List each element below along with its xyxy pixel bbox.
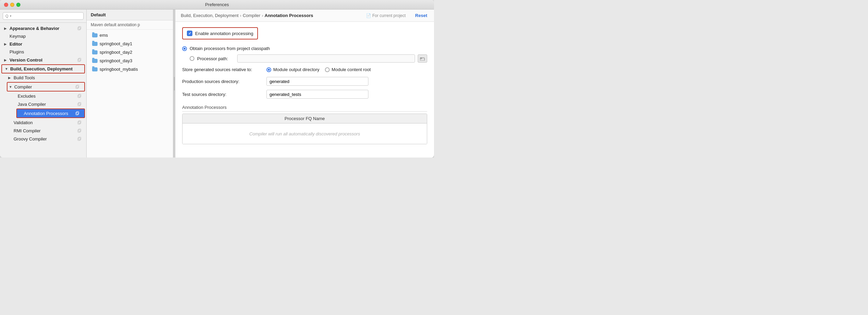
- sidebar-item-build-execution[interactable]: ▼ Build, Execution, Deployment: [1, 64, 85, 73]
- sidebar-item-rmi-compiler[interactable]: RMI Compiler: [0, 127, 86, 135]
- processor-path-radio[interactable]: [190, 56, 194, 61]
- processor-path-label: Processor path:: [197, 56, 235, 61]
- production-dir-row: Production sources directory:: [182, 75, 427, 88]
- annotation-processors-table: Processor FQ Name Compiler will run all …: [182, 114, 427, 144]
- svg-rect-11: [76, 112, 79, 114]
- middle-header: Default: [87, 10, 173, 20]
- for-current-label: For current project: [372, 13, 406, 18]
- sidebar-item-annotation-processors[interactable]: Annotation Processors: [16, 109, 85, 118]
- arrow-icon: ▶: [4, 27, 8, 30]
- table-header: Processor FQ Name: [183, 114, 427, 123]
- middle-list: ems springboot_day1 springboot_day2 spri…: [87, 30, 173, 158]
- svg-rect-4: [76, 86, 78, 88]
- svg-rect-18: [420, 58, 424, 61]
- enable-checkbox[interactable]: [187, 31, 192, 36]
- svg-rect-19: [420, 58, 422, 59]
- main-content: Q ▾ ▶ Appearance & Behavior Keyma: [0, 10, 434, 158]
- reset-button[interactable]: Reset: [414, 12, 429, 19]
- module-output-option[interactable]: Module output directory: [266, 67, 319, 72]
- for-current-project: 📄 For current project: [366, 13, 406, 18]
- list-item[interactable]: springboot_mybatis: [87, 65, 173, 73]
- breadcrumb-sep-2: ›: [262, 13, 263, 18]
- sidebar-item-build-tools[interactable]: ▶ Build Tools: [0, 74, 86, 82]
- sidebar-item-excludes[interactable]: Excludes: [0, 92, 86, 100]
- sidebar-item-editor[interactable]: ▶ Editor: [0, 40, 86, 48]
- copy-icon-compiler: [75, 84, 80, 89]
- list-item[interactable]: springboot_day1: [87, 39, 173, 48]
- sidebar-item-version-control[interactable]: ▶ Version Control: [0, 56, 86, 64]
- settings-content: Enable annotation processing Obtain proc…: [175, 22, 434, 158]
- copy-icon-excludes: [77, 93, 82, 99]
- folder-icon: [92, 33, 98, 37]
- svg-rect-9: [79, 102, 81, 105]
- minimize-button[interactable]: [10, 3, 14, 7]
- svg-rect-1: [79, 27, 81, 29]
- maximize-button[interactable]: [16, 3, 20, 7]
- processor-path-input[interactable]: [237, 54, 415, 63]
- list-item-label: springboot_day3: [100, 58, 132, 63]
- window-title: Preferences: [205, 2, 229, 7]
- sidebar-item-validation[interactable]: Validation: [0, 118, 86, 127]
- arrow-icon-vc: ▶: [4, 58, 8, 62]
- sidebar-item-keymap[interactable]: Keymap: [0, 32, 86, 40]
- svg-rect-12: [78, 121, 80, 124]
- copy-icon-rmi: [77, 128, 82, 133]
- arrow-icon-build: ▼: [5, 67, 9, 71]
- copy-icon-validation: [77, 120, 82, 125]
- folder-icon: [92, 42, 98, 46]
- production-dir-input[interactable]: [266, 77, 368, 86]
- sidebar-item-plugins[interactable]: Plugins: [0, 48, 86, 56]
- titlebar: Preferences: [0, 0, 434, 10]
- svg-rect-2: [78, 59, 80, 62]
- sidebar-item-java-compiler[interactable]: Java Compiler: [0, 100, 86, 108]
- test-dir-label: Test sources directory:: [182, 92, 264, 97]
- copy-icon-java: [77, 101, 82, 107]
- svg-rect-15: [79, 129, 81, 132]
- test-dir-row: Test sources directory:: [182, 88, 427, 101]
- close-button[interactable]: [4, 3, 8, 7]
- test-dir-input[interactable]: [266, 90, 368, 99]
- enable-label: Enable annotation processing: [195, 31, 253, 36]
- preferences-window: Preferences Q ▾ ▶ Appearance & Behavior: [0, 0, 434, 158]
- browse-button[interactable]: [418, 54, 427, 63]
- table-body: Compiler will run all automatically disc…: [183, 123, 427, 144]
- svg-rect-3: [79, 58, 81, 61]
- module-output-radio[interactable]: [266, 67, 271, 72]
- production-dir-label: Production sources directory:: [182, 79, 264, 84]
- search-wrap[interactable]: Q ▾: [3, 12, 84, 20]
- copy-icon-groovy: [77, 136, 82, 142]
- sidebar-item-appearance[interactable]: ▶ Appearance & Behavior: [0, 24, 86, 32]
- copy-icon-ann: [75, 111, 80, 116]
- svg-rect-14: [78, 130, 80, 132]
- svg-rect-10: [76, 112, 78, 115]
- list-item-label: ems: [100, 33, 108, 38]
- svg-rect-6: [78, 95, 80, 98]
- document-icon: 📄: [366, 13, 371, 18]
- sidebar-item-compiler[interactable]: ▼ Compiler: [7, 82, 85, 92]
- sources-options: Module output directory Module content r…: [266, 67, 371, 72]
- sidebar: Q ▾ ▶ Appearance & Behavior Keyma: [0, 10, 87, 158]
- list-item[interactable]: springboot_day3: [87, 56, 173, 65]
- enable-annotation-row: Enable annotation processing: [182, 27, 258, 39]
- search-input[interactable]: [13, 14, 81, 18]
- svg-rect-16: [78, 138, 80, 140]
- module-content-radio[interactable]: [325, 67, 330, 72]
- right-header: Build, Execution, Deployment › Compiler …: [175, 10, 434, 22]
- list-item-label: springboot_mybatis: [100, 67, 138, 72]
- obtain-processors-row: Obtain processors from project classpath: [182, 44, 427, 53]
- svg-rect-5: [76, 85, 79, 88]
- arrow-icon-editor: ▶: [4, 42, 8, 46]
- arrow-icon-build-tools: ▶: [8, 76, 12, 80]
- sidebar-item-groovy-compiler[interactable]: Groovy Compiler: [0, 135, 86, 143]
- breadcrumb-sep-1: ›: [240, 13, 241, 18]
- folder-icon: [92, 50, 98, 54]
- svg-rect-8: [78, 103, 80, 106]
- list-item[interactable]: ems: [87, 31, 173, 39]
- module-content-option[interactable]: Module content root: [325, 67, 371, 72]
- folder-icon: [92, 59, 98, 63]
- list-item[interactable]: springboot_day2: [87, 48, 173, 56]
- middle-panel: Default Maven default annotation p ems s…: [87, 10, 173, 158]
- annotation-processors-section-label: Annotation Processors: [182, 105, 427, 112]
- obtain-processors-radio[interactable]: [182, 46, 187, 51]
- copy-icon-appearance: [77, 26, 82, 31]
